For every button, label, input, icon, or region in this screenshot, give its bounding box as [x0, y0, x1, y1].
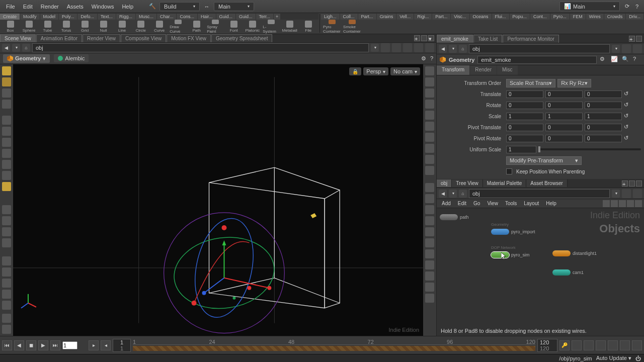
pivott-x[interactable] — [506, 124, 543, 131]
tool-j[interactable] — [2, 227, 11, 236]
net-link-icon[interactable] — [633, 189, 642, 198]
viewport-gear-icon[interactable]: ⚙ — [421, 55, 426, 62]
net-icon-3[interactable] — [619, 200, 626, 207]
shelf-tab[interactable]: Guid... — [216, 14, 236, 20]
shelf-tab[interactable]: Ligh... — [321, 14, 340, 20]
network-menu-item[interactable]: Go — [470, 200, 483, 207]
shelf-tab[interactable]: Part... — [432, 14, 451, 20]
path-field[interactable]: obj — [32, 43, 369, 52]
shelf-tool[interactable]: Torus — [58, 20, 74, 34]
param-tab[interactable]: Render — [470, 65, 497, 75]
pivotr-reset-icon[interactable]: ↺ — [624, 135, 631, 142]
menu-windows[interactable]: Windows — [88, 2, 118, 12]
help-icon[interactable]: ? — [633, 3, 641, 11]
pane-tab[interactable]: Performance Monitor — [503, 35, 558, 43]
rtool-20[interactable] — [425, 283, 434, 292]
pivott-z[interactable] — [585, 124, 622, 131]
shelf-tab[interactable]: Wires — [586, 14, 604, 20]
pane-tab[interactable]: emit_smoke — [437, 35, 473, 43]
network-menu-item[interactable]: Edit — [455, 200, 469, 207]
shelf-tab[interactable]: Modify — [20, 14, 40, 20]
param-name-field[interactable]: emit_smoke — [477, 56, 597, 64]
ghost-icon[interactable] — [392, 43, 401, 52]
shelf-tab[interactable]: Cont... — [530, 14, 550, 20]
shelf-tab[interactable]: Model — [40, 14, 59, 20]
graph-icon[interactable]: 📈 — [611, 56, 619, 64]
net-pin-icon[interactable] — [622, 189, 631, 198]
tool-g[interactable] — [2, 182, 11, 191]
tool-p[interactable] — [2, 301, 11, 310]
r-nav-back-icon[interactable]: ◀ — [439, 45, 447, 53]
shelf-tool[interactable]: Draw Curve — [170, 20, 186, 34]
camera-dropdown[interactable]: No cam▾ — [390, 67, 420, 75]
tool-d[interactable] — [2, 149, 11, 158]
gear-icon[interactable]: ⚙ — [600, 56, 608, 64]
r-path-field[interactable]: obj — [469, 44, 610, 53]
net-plus[interactable]: + — [622, 180, 628, 187]
shelf-tool[interactable]: Metaball — [281, 20, 298, 34]
r-link-icon[interactable] — [633, 44, 642, 53]
pivott-reset-icon[interactable]: ↺ — [624, 124, 631, 131]
net-house-icon[interactable]: ⌂ — [459, 190, 467, 198]
rotate-tool[interactable] — [2, 88, 11, 98]
nav-history-icon[interactable] — [12, 44, 20, 52]
uniform-scale-slider[interactable] — [538, 148, 641, 150]
cube-icon[interactable] — [403, 43, 412, 52]
tool-r[interactable] — [2, 325, 11, 334]
network-tab[interactable]: Material Palette — [483, 179, 526, 187]
pin-icon[interactable] — [381, 43, 390, 52]
rtool-5[interactable] — [425, 111, 434, 120]
net-icon-5[interactable] — [635, 200, 642, 207]
rotate-x[interactable] — [506, 102, 543, 109]
shelf-tab[interactable]: Popu... — [510, 14, 531, 20]
transform-order-dropdown[interactable]: Scale Rot Trans▾ — [506, 79, 555, 87]
viewport-canvas[interactable]: 🔒 Persp▾ No cam▾ Indie Edition — [13, 64, 423, 336]
shelf-tab[interactable]: Driv... — [626, 14, 644, 20]
pane-tab[interactable]: Take List — [473, 35, 502, 43]
network-tab[interactable]: Tree View — [452, 179, 482, 187]
pane-tab[interactable]: Scene View — [0, 34, 36, 42]
net-icon-1[interactable] — [603, 200, 610, 207]
net-icon-2[interactable] — [611, 200, 618, 207]
translate-x[interactable] — [506, 90, 543, 98]
net-nav-history-icon[interactable] — [449, 190, 457, 198]
auto-update-dropdown[interactable]: Auto Update ▾ — [596, 355, 631, 361]
shelf-tool[interactable]: Platonic — [244, 20, 261, 34]
tl-opt-5[interactable] — [620, 340, 630, 350]
rtool-15[interactable] — [425, 227, 434, 236]
pane-tab[interactable]: Geometry Spreadsheet — [211, 34, 272, 42]
tl-opt-6[interactable] — [632, 340, 642, 350]
network-menu-item[interactable]: Tools — [502, 200, 520, 207]
shelf-tool[interactable]: Spray Paint — [207, 20, 223, 34]
shelf-tab[interactable]: Oceans — [470, 14, 492, 20]
pane-max[interactable] — [421, 35, 427, 41]
rtool-13[interactable] — [425, 205, 434, 214]
rtool-9[interactable] — [425, 155, 434, 164]
menu-file[interactable]: File — [2, 2, 19, 12]
shelf-tab[interactable]: Grains — [377, 14, 397, 20]
menu-assets[interactable]: Assets — [63, 2, 88, 12]
nav-back-icon[interactable]: ◀ — [2, 44, 10, 52]
menu-render[interactable]: Render — [37, 2, 63, 12]
rtool-10[interactable] — [425, 166, 434, 175]
pivotr-y[interactable] — [545, 135, 583, 142]
shelf-tool[interactable]: Tube — [39, 20, 56, 34]
rtool-3[interactable] — [425, 88, 434, 98]
shelf-tool[interactable]: Line — [114, 20, 130, 34]
rtool-21[interactable] — [425, 294, 434, 303]
scale-tool[interactable] — [2, 100, 11, 109]
pane-tab[interactable]: Motion FX View — [167, 34, 211, 42]
keep-position-checkbox[interactable] — [506, 168, 512, 174]
status-icon[interactable]: ⏻ — [635, 355, 641, 361]
tool-q[interactable] — [2, 314, 11, 323]
network-canvas[interactable]: Indie Edition Objects path Geometry pyro… — [437, 208, 644, 336]
shelf-tab[interactable]: Musc... — [136, 14, 157, 20]
shelf-tool[interactable]: File — [300, 20, 316, 34]
node-pyro-import[interactable]: Geometry pyro_import — [491, 222, 535, 235]
shelf-tab[interactable]: Flui... — [492, 14, 510, 20]
net-menu[interactable] — [636, 180, 642, 187]
shelf-tab[interactable]: Char... — [157, 14, 177, 20]
r-house-icon[interactable]: ⌂ — [459, 45, 467, 53]
tool-m[interactable] — [2, 267, 11, 277]
shelf-tab[interactable]: Crowds — [604, 14, 626, 20]
